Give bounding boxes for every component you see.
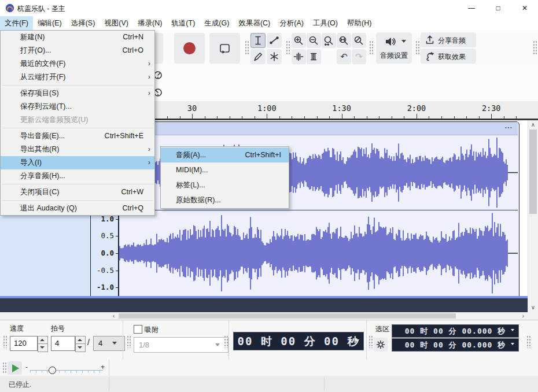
toolbar-grip[interactable]	[415, 40, 419, 56]
snap-checkbox[interactable]	[134, 325, 142, 334]
waveform-channel-right[interactable]	[119, 210, 518, 296]
horizontal-scroll-thumb[interactable]	[119, 313, 456, 319]
zoom-in-icon	[293, 35, 304, 46]
scroll-up-arrow[interactable]: ∧	[528, 121, 538, 129]
speaker-icon	[384, 36, 397, 47]
menubar-item-8[interactable]: 效果器(C)	[234, 16, 275, 30]
toolbar-grip[interactable]	[533, 40, 537, 56]
menubar-item-6[interactable]: 轨道(T)	[167, 16, 200, 30]
trim-audio-button[interactable]	[292, 49, 306, 64]
clip-overflow-menu-button[interactable]: ⋯	[504, 123, 513, 132]
zoom-toggle-button[interactable]	[352, 33, 366, 48]
toolbar-grip[interactable]	[369, 335, 373, 348]
import-submenu-item-midi[interactable]: MIDI(M)...	[161, 162, 289, 177]
tempo-spin-down[interactable]	[38, 343, 48, 352]
file-menu-item-export-audio[interactable]: 导出音频(E)...Ctrl+Shift+E	[1, 130, 154, 143]
time-position-display[interactable]: 00 时 00 分 00 秒	[233, 332, 364, 350]
file-menu-item-save-to-cloud[interactable]: 保存到云端(T)...	[1, 100, 154, 113]
menubar-item-1[interactable]: 文件(F)	[0, 16, 33, 30]
audio-setup-button[interactable]: 音频设置	[376, 32, 412, 64]
file-menu-item-recent-files[interactable]: 最近的文件(F)›	[1, 57, 154, 71]
menubar-item-7[interactable]: 生成(G)	[200, 16, 234, 30]
menubar-item-2[interactable]: 编辑(E)	[33, 16, 67, 30]
toolbar-grip[interactable]	[245, 40, 249, 56]
share-audio-button[interactable]: 分享音频	[421, 32, 476, 47]
vertical-scrollbar[interactable]: ∧ ∨	[528, 120, 538, 312]
toolbar-grip[interactable]	[127, 335, 131, 348]
menubar-item-3[interactable]: 选择(S)	[67, 16, 100, 30]
beats-per-bar-input[interactable]: 4	[51, 336, 75, 351]
file-menu-item-open[interactable]: 打开(O)...Ctrl+O	[1, 44, 154, 57]
toolbar-grip[interactable]	[286, 40, 290, 56]
timeline-tick	[230, 116, 230, 119]
import-submenu-item-labels[interactable]: 标签(L)...	[161, 177, 289, 193]
maximize-button[interactable]: □	[485, 0, 511, 16]
vertical-scroll-thumb[interactable]	[529, 130, 537, 214]
dropdown-arrow-icon	[215, 343, 220, 346]
record-button[interactable]	[174, 33, 205, 64]
toolbar-grip[interactable]	[369, 40, 373, 56]
timeline-label: 30	[187, 103, 197, 113]
timeline-label: 1:00	[257, 103, 277, 113]
menubar-item-9[interactable]: 分析(A)	[275, 16, 308, 30]
file-menu-item-exit[interactable]: 退出 Audacity (Q)Ctrl+Q	[1, 202, 154, 215]
horizontal-scrollbar[interactable]: ‹ ›	[0, 312, 538, 320]
zoom-out-button[interactable]	[307, 33, 321, 48]
file-menu: 新建(N)Ctrl+N打开(O)...Ctrl+O最近的文件(F)›从云端打开(…	[0, 30, 155, 216]
toolbar-grip[interactable]	[224, 335, 228, 348]
file-menu-item-import[interactable]: 导入(I)›	[1, 156, 154, 169]
file-menu-item-update-cloud-preview[interactable]: 更新云端音频预览(U)	[1, 113, 154, 127]
zoom-in-button[interactable]	[292, 33, 306, 48]
fit-project-button[interactable]	[337, 33, 351, 48]
menubar-item-10[interactable]: 工具(O)	[308, 16, 342, 30]
toolbar-grip[interactable]	[3, 335, 7, 348]
selection-start-field[interactable]: 00 时 00 分 00.000 秒	[392, 324, 519, 338]
toolbar-grip[interactable]	[526, 335, 530, 348]
draw-tool-button[interactable]	[250, 49, 266, 64]
toolbar-divider	[109, 360, 109, 376]
selection-tool-button[interactable]	[250, 33, 266, 48]
redo-button[interactable]: ↷	[352, 49, 366, 64]
file-menu-item-open-from-cloud[interactable]: 从云端打开(F)›	[1, 71, 154, 84]
import-submenu-item-raw-data[interactable]: 原始数据(R)...	[161, 193, 289, 208]
menubar-item-5[interactable]: 播录(N)	[133, 16, 167, 30]
scroll-right-arrow[interactable]: ›	[518, 312, 528, 320]
toolbar-grip[interactable]	[2, 362, 6, 373]
scroll-down-arrow[interactable]: ∨	[528, 304, 538, 312]
status-bar: 已停止.	[0, 376, 538, 392]
import-submenu-item-audio[interactable]: 音频(A)...Ctrl+Shift+I	[161, 147, 289, 162]
timeline-label: 2:30	[482, 103, 501, 113]
multi-tool-button[interactable]	[267, 49, 282, 64]
get-effects-button[interactable]: 获取效果	[421, 49, 476, 64]
envelope-tool-button[interactable]	[267, 33, 282, 48]
timeline-tick	[491, 114, 492, 119]
menubar-item-11[interactable]: 帮助(H)	[342, 16, 376, 30]
playspeed-slider-thumb[interactable]	[49, 367, 56, 374]
file-menu-item-new[interactable]: 新建(N)Ctrl+N	[1, 31, 154, 44]
menubar-item-4[interactable]: 视图(V)	[100, 16, 133, 30]
status-text: 已停止.	[9, 380, 31, 390]
play-button[interactable]	[8, 361, 22, 375]
clip-header[interactable]: 圣主 ⋯	[119, 122, 518, 135]
file-menu-item-export-other[interactable]: 导出其他(R)›	[1, 143, 154, 156]
beat-unit-dropdown[interactable]: 4	[93, 336, 125, 351]
loop-button[interactable]	[209, 33, 240, 64]
get-effects-label: 获取效果	[438, 52, 466, 62]
file-menu-item-share-audio[interactable]: 分享音频(H)...	[1, 169, 154, 183]
zoom-selection-button[interactable]	[322, 33, 336, 48]
close-button[interactable]: ✕	[511, 0, 538, 16]
scroll-left-arrow[interactable]: ‹	[109, 312, 119, 320]
minimize-button[interactable]: —	[458, 0, 485, 16]
undo-button[interactable]: ↶	[337, 49, 351, 64]
submenu-arrow-icon: ›	[148, 87, 150, 100]
tempo-input[interactable]: 120	[10, 336, 38, 351]
file-menu-item-save-project[interactable]: 保存项目(S)›	[1, 87, 154, 100]
file-menu-item-close-project[interactable]: 关闭项目(C)Ctrl+W	[1, 186, 154, 199]
selection-settings-button[interactable]	[374, 338, 388, 352]
silence-audio-button[interactable]	[307, 49, 321, 64]
selection-end-field[interactable]: 00 时 00 分 00.000 秒	[392, 338, 519, 352]
snap-mode-dropdown[interactable]: 1/8	[134, 337, 229, 353]
zoom-toggle-icon	[353, 35, 364, 46]
timesig-spin-down[interactable]	[75, 343, 86, 352]
timeline-tick	[317, 116, 318, 119]
